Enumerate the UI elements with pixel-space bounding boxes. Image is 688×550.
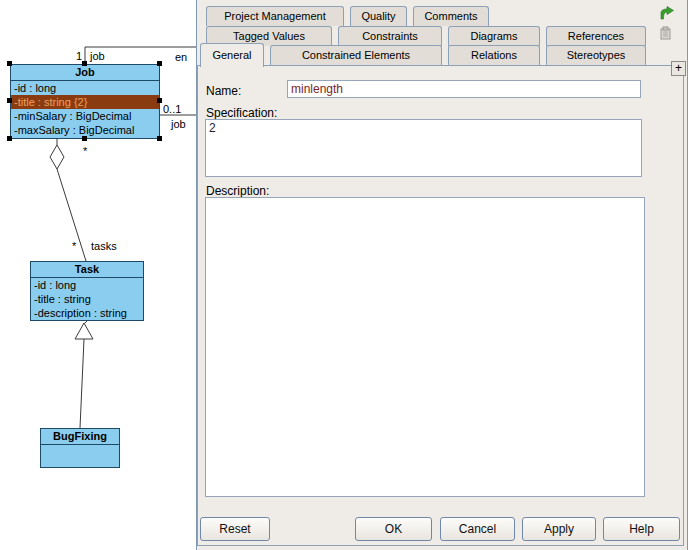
attribute-row[interactable]: -id : long bbox=[31, 278, 143, 292]
specification-label: Specification: bbox=[206, 106, 277, 120]
specification-textarea[interactable]: 2 bbox=[205, 119, 642, 177]
clipped-edge-label[interactable]: en bbox=[175, 51, 187, 63]
description-textarea[interactable] bbox=[205, 197, 645, 497]
tab-constrained-elements[interactable]: Constrained Elements bbox=[270, 45, 442, 65]
tab-row-1: Project Management Quality Comments bbox=[206, 6, 489, 26]
tab-quality[interactable]: Quality bbox=[350, 6, 407, 26]
resize-handle[interactable] bbox=[82, 136, 87, 141]
ok-button[interactable]: OK bbox=[355, 517, 432, 541]
resize-handle[interactable] bbox=[157, 136, 162, 141]
resize-handle[interactable] bbox=[7, 98, 12, 103]
resize-handle[interactable] bbox=[157, 98, 162, 103]
role-label[interactable]: job bbox=[171, 118, 186, 130]
tab-project-management[interactable]: Project Management bbox=[206, 6, 344, 26]
attribute-row[interactable]: -maxSalary : BigDecimal bbox=[11, 123, 159, 137]
uml-class-bugfixing[interactable]: BugFixing bbox=[40, 428, 120, 468]
uml-class-task[interactable]: Task -id : long -title : string -descrip… bbox=[30, 261, 144, 321]
tab-relations[interactable]: Relations bbox=[448, 45, 540, 65]
class-name: BugFixing bbox=[41, 429, 119, 445]
tab-constraints[interactable]: Constraints bbox=[338, 26, 442, 46]
resize-handle[interactable] bbox=[7, 61, 12, 66]
tab-general[interactable]: General bbox=[200, 43, 264, 67]
class-name: Task bbox=[31, 262, 143, 278]
multiplicity-label[interactable]: 0..1 bbox=[163, 103, 181, 115]
attribute-row-selected[interactable]: -title : string {2} bbox=[11, 95, 159, 109]
tab-comments[interactable]: Comments bbox=[413, 6, 489, 26]
attribute-row[interactable]: -id : long bbox=[11, 81, 159, 95]
multiplicity-label[interactable]: * bbox=[83, 145, 87, 157]
name-input[interactable] bbox=[287, 80, 641, 98]
apply-button[interactable]: Apply bbox=[522, 517, 596, 541]
add-button[interactable]: + bbox=[671, 61, 686, 76]
delete-constraint-icon[interactable] bbox=[657, 25, 673, 41]
attribute-row[interactable]: -minSalary : BigDecimal bbox=[11, 109, 159, 123]
diagram-canvas[interactable]: 1 job en 0..1 job * * tasks Job -id : lo… bbox=[0, 0, 196, 550]
attribute-row[interactable]: -description : string bbox=[31, 306, 143, 320]
role-label[interactable]: job bbox=[90, 50, 105, 62]
help-button[interactable]: Help bbox=[603, 517, 680, 541]
empty-compartment bbox=[41, 445, 119, 466]
tab-diagrams[interactable]: Diagrams bbox=[448, 26, 540, 46]
resize-handle[interactable] bbox=[157, 61, 162, 66]
tab-row-2: Tagged Values Constraints Diagrams Refer… bbox=[206, 26, 646, 46]
resize-handle[interactable] bbox=[7, 136, 12, 141]
resize-handle[interactable] bbox=[82, 61, 87, 66]
tab-row-3: General Constrained Elements Relations S… bbox=[200, 45, 646, 67]
tab-references[interactable]: References bbox=[546, 26, 646, 46]
attribute-row[interactable]: -title : string bbox=[31, 292, 143, 306]
description-label: Description: bbox=[206, 184, 269, 198]
reset-button[interactable]: Reset bbox=[200, 517, 270, 541]
uml-class-job[interactable]: Job -id : long -title : string {2} -minS… bbox=[10, 64, 160, 139]
class-name: Job bbox=[11, 65, 159, 81]
role-label[interactable]: tasks bbox=[91, 240, 117, 252]
tab-stereotypes[interactable]: Stereotypes bbox=[546, 45, 646, 65]
multiplicity-label[interactable]: * bbox=[72, 240, 76, 252]
name-label: Name: bbox=[206, 84, 241, 98]
new-constraint-icon[interactable] bbox=[659, 5, 675, 21]
cancel-button[interactable]: Cancel bbox=[440, 517, 515, 541]
